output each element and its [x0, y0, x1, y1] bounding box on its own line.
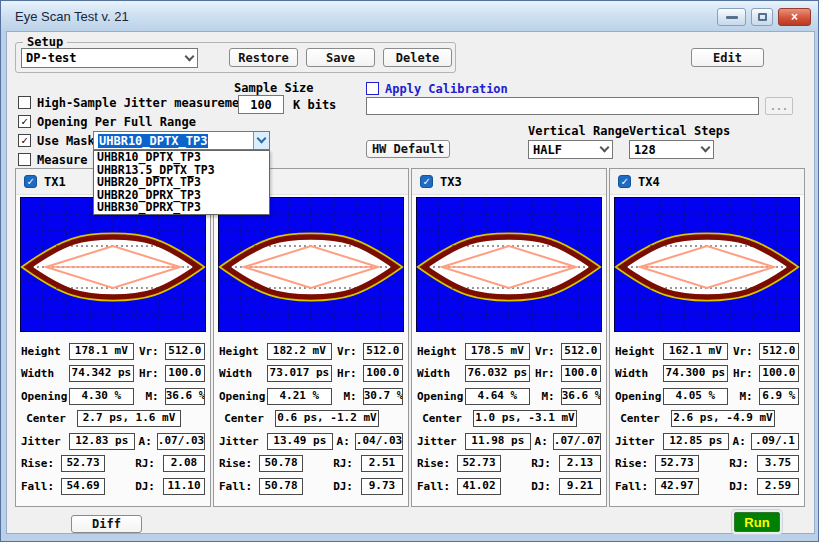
fall-row: Fall: 41.02 DJ: 9.21 [417, 475, 601, 498]
rise-row: Rise: 52.73 RJ: 2.13 [417, 453, 601, 476]
high-sample-label: High-Sample Jitter measurement [37, 96, 254, 110]
eye-diagram [614, 197, 800, 332]
chevron-down-icon[interactable] [253, 132, 269, 149]
window-title: Eye Scan Test v. 21 [15, 9, 129, 24]
channel-checkbox[interactable]: ✓ [420, 175, 433, 188]
m-value-box: 36.6 % [165, 388, 205, 405]
vr-value-box: 512.0 [165, 343, 205, 360]
height-row: Height 178.5 mV Vr: 512.0 [417, 340, 601, 363]
opening-value-box: 4.64 % [465, 388, 530, 405]
mask-select[interactable]: UHBR10_DPTX_TP3 [93, 131, 270, 150]
high-sample-checkbox[interactable]: ✓ [18, 96, 31, 109]
mask-option[interactable]: UHBR30_DPRX_TP3 [94, 201, 269, 214]
opening-full-range-checkbox[interactable]: ✓ [18, 115, 31, 128]
vr-value-box: 512.0 [561, 343, 601, 360]
jitter-value-box: 13.49 ps [267, 433, 332, 450]
edit-button[interactable]: Edit [691, 48, 764, 67]
jitter-row: Jitter 11.98 ps A: .07/.07 [417, 430, 601, 453]
eye-diagram [218, 197, 404, 332]
a-value-box: .07/.03 [157, 433, 205, 450]
sample-size-unit-label: K bits [293, 98, 336, 112]
chevron-down-icon [596, 148, 612, 151]
mask-select-value: UHBR10_DPTX_TP3 [98, 134, 208, 148]
apply-calibration-row: ✓ Apply Calibration [366, 81, 508, 96]
jitter-row: Jitter 12.85 ps A: .09/.1 [615, 430, 799, 453]
width-value-box: 74.342 ps [69, 365, 134, 382]
minimize-icon [726, 16, 738, 19]
center-row: Center 1.0 ps, -3.1 mV [417, 408, 601, 431]
channel-metrics: Height 178.1 mV Vr: 512.0 Width 74.342 p… [16, 336, 210, 498]
use-mask-checkbox[interactable]: ✓ [18, 134, 31, 147]
m-value-box: 6.9 % [759, 388, 799, 405]
width-value-box: 74.300 ps [663, 365, 728, 382]
mask-option[interactable]: UHBR10_DPTX_TP3 [94, 151, 269, 164]
hw-default-button[interactable]: HW Default [366, 140, 450, 158]
sample-size-input[interactable] [238, 95, 284, 114]
sample-size-label: Sample Size [234, 81, 313, 95]
eye-scan-window: Eye Scan Test v. 21 × Setup DP-test Rest… [0, 0, 819, 542]
center-value-box: 2.6 ps, -4.9 mV [671, 410, 775, 427]
a-value-box: .07/.07 [553, 433, 601, 450]
save-button[interactable]: Save [306, 48, 375, 67]
run-button[interactable]: Run [734, 512, 780, 532]
setup-preset-select[interactable]: DP-test [21, 48, 198, 68]
channel-panels: ✓ TX1 [15, 168, 805, 507]
calibration-path-input[interactable] [366, 97, 759, 115]
width-row: Width 74.300 ps Hr: 100.0 [615, 363, 799, 386]
maximize-button[interactable] [751, 8, 773, 26]
jitter-value-box: 11.98 ps [465, 433, 530, 450]
opening-row: Opening 4.05 % M: 6.9 % [615, 385, 799, 408]
height-row: Height 182.2 mV Vr: 512.0 [219, 340, 403, 363]
opening-row: Opening 4.21 % M: 30.7 % [219, 385, 403, 408]
channel-checkbox[interactable]: ✓ [24, 175, 37, 188]
opening-row: Opening 4.64 % M: 36.6 % [417, 385, 601, 408]
minimize-button[interactable] [717, 8, 746, 26]
opening-value-box: 4.30 % [69, 388, 134, 405]
mask-dropdown-list: UHBR10_DPTX_TP3 UHBR13.5_DPTX_TP3 UHBR20… [93, 150, 270, 215]
fall-row: Fall: 50.78 DJ: 9.73 [219, 475, 403, 498]
hr-value-box: 100.0 [363, 365, 403, 382]
rj-value-box: 2.13 [559, 455, 601, 472]
width-row: Width 73.017 ps Hr: 100.0 [219, 363, 403, 386]
hr-value-box: 100.0 [561, 365, 601, 382]
width-row: Width 76.032 ps Hr: 100.0 [417, 363, 601, 386]
diff-button[interactable]: Diff [71, 515, 142, 533]
delete-button[interactable]: Delete [383, 48, 452, 67]
center-value-box: 0.6 ps, -1.2 mV [275, 410, 379, 427]
vertical-steps-select[interactable]: 128 [629, 140, 714, 159]
measure-q-checkbox[interactable]: ✓ [18, 153, 31, 166]
channel-header: ✓ TX4 [610, 169, 804, 195]
a-value-box: .04/.03 [355, 433, 403, 450]
height-value-box: 182.2 mV [267, 343, 332, 360]
channel-panel: ✓ TX3 [411, 168, 607, 507]
dj-value-box: 11.10 [163, 478, 205, 495]
setup-group-label: Setup [23, 35, 67, 49]
jitter-value-box: 12.83 ps [69, 433, 134, 450]
close-button[interactable]: × [778, 8, 811, 26]
browse-button[interactable]: ... [765, 97, 793, 115]
channel-label: TX4 [638, 175, 660, 189]
channel-label: TX1 [44, 175, 66, 189]
channel-metrics: Height 162.1 mV Vr: 512.0 Width 74.300 p… [610, 336, 804, 498]
title-bar[interactable]: Eye Scan Test v. 21 × [1, 1, 818, 31]
vertical-steps-value: 128 [630, 143, 697, 157]
mask-option[interactable]: UHBR20_DPTX_TP3 [94, 176, 269, 189]
opening-value-box: 4.05 % [663, 388, 728, 405]
eye-diagram [20, 197, 206, 332]
channel-checkbox[interactable]: ✓ [618, 175, 631, 188]
restore-button[interactable]: Restore [229, 48, 298, 67]
center-row: Center 0.6 ps, -1.2 mV [219, 408, 403, 431]
chevron-down-icon [181, 57, 197, 60]
hr-value-box: 100.0 [165, 365, 205, 382]
fall-value-box: 41.02 [457, 478, 501, 495]
vertical-range-select[interactable]: HALF [528, 140, 613, 159]
rise-value-box: 50.78 [259, 455, 303, 472]
rise-value-box: 52.73 [655, 455, 699, 472]
apply-calibration-checkbox[interactable]: ✓ [366, 82, 379, 95]
center-value-box: 1.0 ps, -3.1 mV [473, 410, 577, 427]
opening-row: Opening 4.30 % M: 36.6 % [21, 385, 205, 408]
center-row: Center 2.6 ps, -4.9 mV [615, 408, 799, 431]
setup-preset-value: DP-test [22, 51, 181, 65]
height-row: Height 162.1 mV Vr: 512.0 [615, 340, 799, 363]
jitter-value-box: 12.85 ps [663, 433, 728, 450]
